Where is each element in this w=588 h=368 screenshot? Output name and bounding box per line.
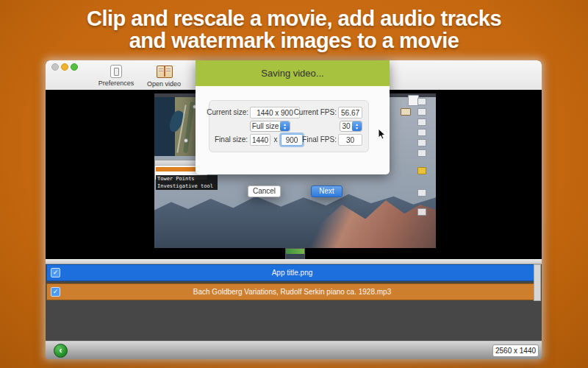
- cancel-button[interactable]: Cancel: [248, 185, 281, 197]
- open-video-button[interactable]: Open video: [140, 65, 187, 88]
- back-chevron-icon: ‹: [60, 345, 62, 355]
- open-book-icon: [157, 66, 171, 79]
- current-size-label: Current size:: [200, 107, 248, 118]
- screenshot-stage: Clip and rescale a movie, add audio trac…: [0, 0, 588, 368]
- mouse-cursor-icon: [378, 128, 387, 144]
- track-row-image[interactable]: ✓ App title.png: [46, 264, 537, 281]
- size-preset-value: Full size: [251, 121, 280, 131]
- headline: Clip and rescale a movie, add audio trac…: [0, 7, 588, 52]
- minimize-button[interactable]: [61, 63, 68, 71]
- headline-line2: and watermark images to a movie: [0, 29, 588, 52]
- preferences-label: Preferences: [93, 79, 140, 87]
- headline-line1: Clip and rescale a movie, add audio trac…: [0, 7, 588, 29]
- zoom-button[interactable]: [71, 63, 78, 71]
- checkbox-checked-icon[interactable]: ✓: [51, 287, 60, 297]
- dialog-body: Current size: 1440 x 900 Current FPS: 56…: [196, 86, 390, 174]
- final-width-field[interactable]: 1440: [250, 134, 270, 146]
- next-button[interactable]: Next: [311, 185, 343, 197]
- tracks-header-strip: [46, 259, 542, 264]
- saving-dialog: Saving video... Current size: 1440 x 900…: [196, 60, 390, 174]
- final-size-label: Final size:: [200, 134, 248, 146]
- caption-line2: Investigative tool: [157, 183, 216, 190]
- dialog-title: Saving video...: [261, 68, 323, 79]
- open-video-label: Open video: [140, 80, 187, 88]
- current-fps-field: 56.67: [338, 107, 362, 118]
- track-label-audio: Bach Goldberg Variations, Rudolf Serkin …: [60, 288, 524, 296]
- back-button[interactable]: ‹: [54, 344, 68, 358]
- watermark-thumbnail: [285, 248, 305, 259]
- status-bar: ‹ 2560 x 1440: [46, 341, 542, 359]
- preferences-button[interactable]: Preferences: [93, 65, 140, 87]
- times-label: x: [272, 134, 279, 146]
- resolution-badge: 2560 x 1440: [492, 344, 539, 357]
- track-label-image: App title.png: [60, 269, 524, 277]
- tracks-scrollbar[interactable]: [534, 264, 541, 301]
- app-window: Preferences Open video Set frame Export: [46, 60, 542, 358]
- fps-preset-dropdown[interactable]: 30 ▲▼: [340, 121, 362, 132]
- video-caption-overlay: Tower Points Investigative tool: [156, 175, 218, 190]
- final-fps-label: Final FPS:: [288, 134, 337, 146]
- current-fps-label: Current FPS:: [288, 107, 337, 118]
- close-button[interactable]: [51, 63, 59, 71]
- tracks-panel: ✓ App title.png ✓ Bach Goldberg Variatio…: [46, 259, 542, 341]
- stepper-icon: ▲▼: [352, 121, 362, 131]
- size-preset-dropdown[interactable]: Full size ▲▼: [250, 121, 290, 132]
- final-fps-field[interactable]: 30: [338, 134, 362, 146]
- fps-preset-value: 30: [340, 121, 352, 131]
- track-row-audio[interactable]: ✓ Bach Goldberg Variations, Rudolf Serki…: [46, 283, 537, 300]
- preferences-icon: [109, 65, 123, 78]
- caption-line1: Tower Points: [157, 175, 216, 183]
- stepper-icon: ▲▼: [280, 121, 290, 131]
- checkbox-checked-icon[interactable]: ✓: [51, 268, 60, 277]
- dialog-header: Saving video...: [196, 60, 390, 86]
